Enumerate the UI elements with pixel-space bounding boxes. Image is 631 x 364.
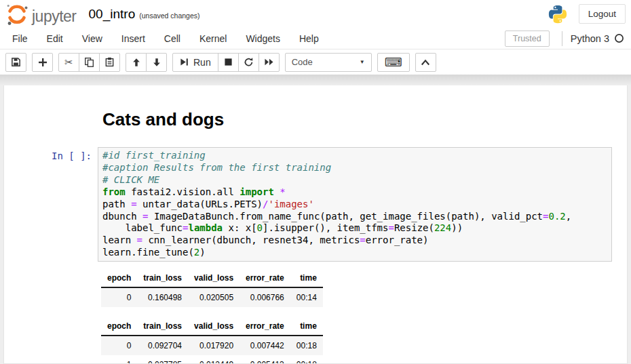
- code-line: label_func=lambda x: x[0].isupper(), ite…: [102, 222, 607, 235]
- kernel-idle-circle-icon: [614, 33, 624, 43]
- code-line: from fastai2.vision.all import *: [102, 186, 607, 199]
- jupyter-logo-text: jupyter: [32, 9, 77, 26]
- menu-help[interactable]: Help: [290, 28, 328, 49]
- insert-cell-below-button[interactable]: [32, 53, 53, 72]
- menu-edit[interactable]: Edit: [37, 28, 73, 49]
- command-palette-button[interactable]: ⌨: [377, 53, 410, 72]
- run-button-label: Run: [193, 57, 211, 68]
- fast-forward-icon: [264, 58, 274, 66]
- paste-cells-button[interactable]: [99, 53, 120, 72]
- col-error-rate: error_rate: [240, 270, 290, 287]
- output-area: epoch train_loss valid_loss error_rate t…: [101, 270, 627, 364]
- notebook-page: Cats and dogs In [ ]: #id first_training…: [3, 85, 628, 364]
- move-up-icon: [132, 58, 141, 67]
- step-forward-icon: [180, 58, 189, 66]
- table-row: 1 0.027785 0.012449 0.005413 00:18: [101, 355, 323, 364]
- code-line: # CLICK ME: [102, 174, 607, 186]
- checkpoint-status: (unsaved changes): [139, 9, 199, 20]
- menu-bar: File Edit View Insert Cell Kernel Widget…: [0, 28, 631, 49]
- run-button[interactable]: Run: [172, 53, 218, 72]
- notebook-title[interactable]: 00_intro: [89, 7, 136, 22]
- col-error-rate: error_rate: [240, 318, 290, 336]
- move-down-icon: [152, 58, 161, 67]
- notebook-site: Cats and dogs In [ ]: #id first_training…: [0, 85, 631, 364]
- markdown-heading[interactable]: Cats and dogs: [102, 109, 612, 130]
- jupyter-logo[interactable]: jupyter: [5, 2, 77, 26]
- menu-widgets[interactable]: Widgets: [236, 28, 290, 49]
- dropdown-caret-icon: ▼: [360, 59, 365, 65]
- col-train-loss: train_loss: [137, 270, 188, 287]
- menu-insert[interactable]: Insert: [112, 28, 155, 49]
- code-line: #id first_training: [102, 150, 607, 162]
- scroll-up-button[interactable]: [415, 53, 436, 72]
- toolbar: ✂: [0, 49, 631, 75]
- move-cell-up-button[interactable]: [126, 53, 147, 72]
- col-train-loss: train_loss: [137, 318, 188, 336]
- interrupt-kernel-button[interactable]: [218, 53, 239, 72]
- restart-icon: [244, 57, 254, 67]
- logout-button[interactable]: Logout: [579, 4, 626, 24]
- table-header-row: epoch train_loss valid_loss error_rate t…: [101, 270, 323, 287]
- cut-icon: ✂: [64, 57, 73, 67]
- table-row: 0 0.092704 0.017920 0.007442 00:18: [101, 336, 323, 355]
- input-prompt: In [ ]:: [4, 147, 98, 262]
- save-button[interactable]: [5, 53, 26, 72]
- code-line: learn.fine_tune(2): [102, 247, 607, 259]
- divider: [562, 31, 562, 46]
- menu-kernel[interactable]: Kernel: [190, 28, 236, 49]
- cell-type-select[interactable]: Code ▼: [285, 53, 372, 72]
- code-line: learn = cnn_learner(dbunch, resnet34, me…: [102, 235, 607, 247]
- save-icon: [11, 57, 21, 67]
- python-logo-icon: [548, 4, 568, 24]
- col-epoch: epoch: [101, 318, 137, 336]
- code-editor[interactable]: #id first_training #caption Results from…: [98, 147, 612, 262]
- cell-type-value: Code: [292, 57, 313, 67]
- restart-run-all-button[interactable]: [259, 53, 280, 72]
- code-cell: In [ ]: #id first_training #caption Resu…: [4, 147, 627, 262]
- col-time: time: [290, 270, 323, 287]
- code-line: path = untar_data(URLs.PETS)/'images': [102, 199, 607, 211]
- restart-kernel-button[interactable]: [238, 53, 259, 72]
- top-bar: jupyter 00_intro (unsaved changes) Logou…: [0, 0, 631, 28]
- code-line: dbunch = ImageDataBunch.from_name_func(p…: [102, 211, 607, 223]
- menu-view[interactable]: View: [73, 28, 112, 49]
- kernel-name: Python 3: [571, 33, 609, 44]
- col-valid-loss: valid_loss: [188, 318, 240, 336]
- col-epoch: epoch: [101, 270, 137, 287]
- copy-cells-button[interactable]: [79, 53, 100, 72]
- col-time: time: [290, 318, 323, 336]
- table-header-row: epoch train_loss valid_loss error_rate t…: [101, 318, 323, 336]
- chevron-up-icon: [421, 58, 430, 66]
- training-table-1: epoch train_loss valid_loss error_rate t…: [101, 270, 323, 307]
- copy-icon: [84, 57, 94, 67]
- jupyter-logo-icon: [5, 2, 28, 26]
- menu-file[interactable]: File: [3, 28, 37, 49]
- training-table-2: epoch train_loss valid_loss error_rate t…: [101, 318, 323, 364]
- keyboard-icon: ⌨: [385, 56, 402, 68]
- move-cell-down-button[interactable]: [146, 53, 167, 72]
- add-cell-icon: [38, 58, 47, 67]
- menu-cell[interactable]: Cell: [155, 28, 190, 49]
- header-shadow: [0, 75, 631, 85]
- col-valid-loss: valid_loss: [188, 270, 240, 287]
- cut-cells-button[interactable]: ✂: [58, 53, 79, 72]
- table-row: 0 0.160498 0.020505 0.006766 00:14: [101, 287, 323, 307]
- paste-icon: [104, 57, 115, 67]
- trusted-button[interactable]: Trusted: [505, 31, 550, 47]
- code-line: #caption Results from the first training: [102, 162, 607, 174]
- stop-icon: [224, 58, 233, 66]
